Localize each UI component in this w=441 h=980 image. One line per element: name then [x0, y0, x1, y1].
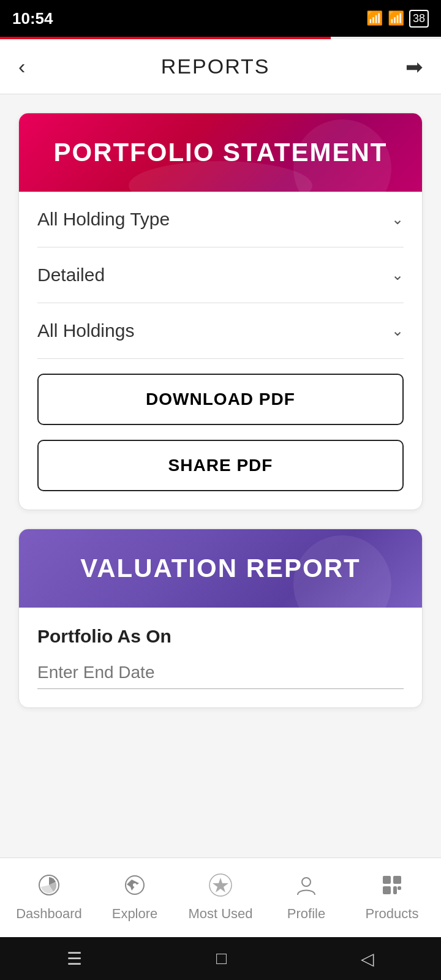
- nav-label-explore: Explore: [112, 906, 158, 922]
- svg-point-6: [302, 878, 311, 886]
- portfolio-card-body: All Holding Type ⌄ Detailed ⌄ All Holdin…: [19, 192, 422, 510]
- star-icon: [209, 873, 232, 902]
- nav-item-profile[interactable]: Profile: [263, 873, 349, 922]
- download-pdf-button[interactable]: DOWNLOAD PDF: [37, 374, 404, 425]
- valuation-card-header: VALUATION REPORT: [19, 529, 422, 608]
- status-icons: 📶 📶 38: [366, 10, 429, 28]
- wifi-icon: 📶: [366, 10, 383, 26]
- share-pdf-button[interactable]: SHARE PDF: [37, 440, 404, 491]
- android-back-icon[interactable]: ◁: [361, 949, 374, 969]
- nav-item-dashboard[interactable]: Dashboard: [6, 873, 92, 922]
- bottom-nav: Dashboard Explore Most Used: [0, 858, 441, 937]
- detailed-label: Detailed: [37, 265, 105, 285]
- end-date-input[interactable]: [37, 657, 404, 689]
- portfolio-as-on-label: Portfolio As On: [37, 626, 404, 647]
- header: ‹ REPORTS ➡: [0, 39, 441, 94]
- nav-item-explore[interactable]: Explore: [92, 873, 178, 922]
- android-nav-bar: ☰ □ ◁: [0, 937, 441, 980]
- grid-icon: [380, 873, 404, 902]
- chevron-down-icon-1: ⌄: [391, 211, 404, 228]
- nav-label-profile: Profile: [287, 906, 325, 922]
- svg-marker-5: [213, 878, 228, 892]
- svg-point-3: [133, 883, 137, 887]
- chevron-down-icon-3: ⌄: [391, 322, 404, 339]
- time-display: 10:54: [12, 9, 53, 28]
- nav-label-dashboard: Dashboard: [16, 906, 82, 922]
- back-button[interactable]: ‹: [18, 55, 25, 78]
- svg-rect-7: [383, 876, 391, 884]
- valuation-report-card: VALUATION REPORT Portfolio As On: [18, 529, 423, 708]
- nav-item-products[interactable]: Products: [349, 873, 435, 922]
- profile-icon: [295, 873, 318, 902]
- svg-rect-11: [398, 886, 401, 890]
- battery-icon: 38: [409, 10, 429, 28]
- signal-icon: 📶: [388, 10, 404, 26]
- portfolio-statement-card: PORTFOLIO STATEMENT All Holding Type ⌄ D…: [18, 113, 423, 510]
- detailed-dropdown[interactable]: Detailed ⌄: [37, 247, 404, 303]
- android-menu-icon[interactable]: ☰: [67, 949, 82, 969]
- portfolio-card-title: PORTFOLIO STATEMENT: [53, 138, 387, 167]
- page-title: REPORTS: [161, 55, 270, 78]
- valuation-card-body: Portfolio As On: [19, 608, 422, 707]
- explore-icon: [123, 873, 146, 902]
- holding-type-label: All Holding Type: [37, 209, 170, 230]
- dashboard-icon: [37, 873, 61, 902]
- holding-type-dropdown[interactable]: All Holding Type ⌄: [37, 192, 404, 247]
- nav-label-most-used: Most Used: [188, 906, 252, 922]
- status-bar: 10:54 📶 📶 38: [0, 0, 441, 37]
- chevron-down-icon-2: ⌄: [391, 266, 404, 284]
- svg-rect-8: [393, 876, 401, 884]
- nav-label-products: Products: [366, 906, 419, 922]
- share-button[interactable]: ➡: [405, 55, 423, 79]
- svg-rect-10: [393, 886, 397, 894]
- portfolio-card-header: PORTFOLIO STATEMENT: [19, 113, 422, 192]
- svg-rect-9: [383, 886, 391, 894]
- nav-item-most-used[interactable]: Most Used: [178, 873, 263, 922]
- all-holdings-dropdown[interactable]: All Holdings ⌄: [37, 303, 404, 359]
- all-holdings-label: All Holdings: [37, 320, 134, 341]
- main-content: PORTFOLIO STATEMENT All Holding Type ⌄ D…: [0, 94, 441, 858]
- valuation-card-title: VALUATION REPORT: [80, 554, 360, 582]
- android-home-icon[interactable]: □: [216, 949, 227, 968]
